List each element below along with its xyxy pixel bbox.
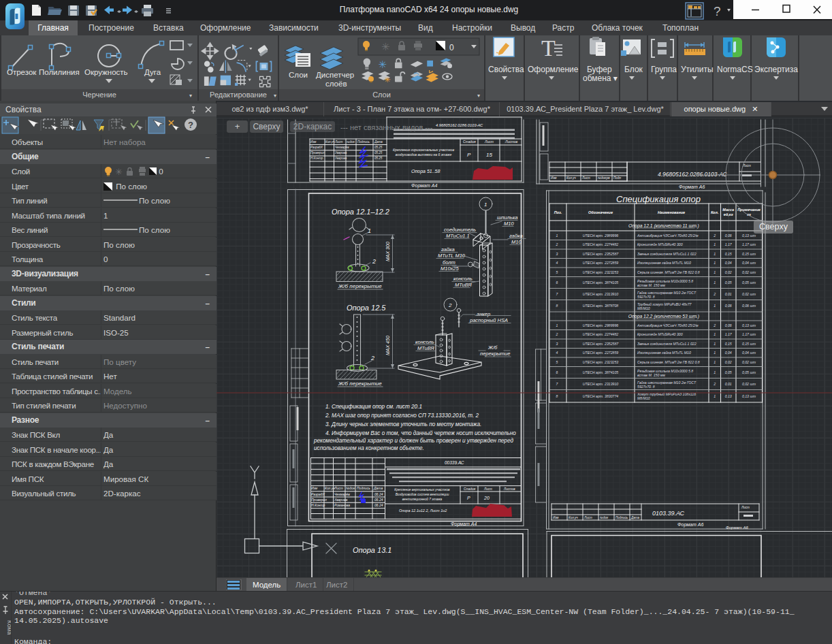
svg-text:Антивибрация ЧЗСиаЧ 70х80 25/2: Антивибрация ЧЗСиаЧ 70х80 25/2/м	[637, 323, 699, 327]
svg-text:2: 2	[713, 382, 716, 386]
svg-text:0,06: 0,06	[725, 323, 732, 327]
svg-text:Р: Р	[467, 496, 470, 500]
svg-text:Изм: Изм	[553, 516, 559, 519]
svg-text:М10: М10	[511, 239, 522, 245]
svg-text:МАХ 450: МАХ 450	[385, 336, 390, 355]
svg-text:Воздуховодов систем вентиляции: Воздуховодов систем вентиляции	[396, 493, 449, 496]
svg-text:Опора 12.1и12.2, Лист 1и2: Опора 12.1и12.2, Лист 1и2	[399, 509, 447, 513]
svg-text:Н.Контр: Н.Контр	[311, 503, 325, 507]
svg-text:✳: ✳	[115, 167, 123, 177]
svg-text:Уварова: Уварова	[335, 151, 347, 155]
svg-text:0,02 шт: 0,02 шт	[742, 292, 756, 296]
svg-text:Слои: Слои	[289, 71, 308, 79]
svg-text:T: T	[541, 35, 556, 61]
svg-text:1: 1	[714, 270, 716, 274]
svg-text:UТЕCH арт. 2272859: UТЕCH арт. 2272859	[583, 261, 619, 265]
svg-text:Изм: Изм	[551, 176, 557, 180]
svg-text:NormaCS: NormaCS	[717, 65, 753, 74]
svg-text:М8/М10: М8/М10	[637, 396, 650, 400]
svg-text:0,02: 0,02	[725, 270, 732, 274]
svg-text:Подпись: Подпись	[357, 140, 370, 144]
svg-text:Изм: Изм	[311, 486, 318, 490]
svg-text:0,15 шт: 0,15 шт	[742, 342, 756, 346]
svg-text:6: 6	[556, 280, 558, 285]
svg-text:Проверил: Проверил	[310, 151, 325, 155]
svg-text:0,01: 0,01	[725, 292, 732, 296]
svg-text:Антивибрация ЧЗСиаЧ 70х80 25/2: Антивибрация ЧЗСиаЧ 70х80 25/2/м	[637, 234, 699, 238]
svg-text:6: 6	[556, 370, 558, 374]
svg-text:0,05: 0,05	[725, 370, 732, 374]
svg-text:UТЕCH арт. 2352587: UТЕCH арт. 2352587	[583, 342, 620, 346]
svg-text:Группа: Группа	[651, 65, 677, 74]
svg-text:Лист: Лист	[741, 506, 750, 509]
svg-text:перекрытие: перекрытие	[480, 351, 510, 357]
svg-text:Романова: Романова	[334, 503, 350, 507]
svg-text:Спецификация опор: Спецификация опор	[616, 194, 701, 204]
svg-text:Наименование: Наименование	[658, 210, 685, 214]
svg-text:8: 8	[556, 304, 558, 308]
svg-text:встав М. 150 мм: встав М. 150 мм	[637, 283, 665, 287]
svg-text:0,01: 0,01	[725, 382, 732, 386]
svg-text:Подп: Подп	[613, 176, 621, 180]
svg-text:0,06 шт: 0,06 шт	[742, 304, 756, 308]
svg-text:1: 1	[714, 394, 716, 398]
svg-text:Буфер: Буфер	[587, 65, 612, 74]
svg-text:UТЕCH арт. 2352587: UТЕCH арт. 2352587	[583, 252, 620, 256]
svg-text:1: 1	[714, 332, 716, 336]
svg-text:20: 20	[483, 496, 490, 500]
svg-text:0,06: 0,06	[725, 234, 732, 238]
svg-text:2: 2	[713, 234, 716, 238]
svg-text:3: 3	[556, 342, 558, 346]
svg-text:0,05 шт: 0,05 шт	[742, 280, 756, 285]
svg-text:2. МАХ шаг опор принят согла: 2. МАХ шаг опор принят согласно СП 73.13…	[325, 413, 479, 419]
svg-text:вентиляционной 7 этажа: вентиляционной 7 этажа	[402, 497, 443, 501]
svg-text:UТЕCH арт. 2313910: UТЕCH арт. 2313910	[583, 292, 619, 296]
svg-text:1: 1	[714, 242, 716, 246]
svg-text:Стадия: Стадия	[463, 140, 476, 144]
svg-text:встав М. 150 мм: встав М. 150 мм	[637, 373, 665, 377]
svg-text:15: 15	[486, 152, 492, 158]
svg-text:Дата: Дата	[374, 140, 383, 144]
svg-text:UТЕCH арт. 2274482: UТЕCH арт. 2274482	[583, 242, 619, 246]
svg-text:№док: №док	[600, 516, 609, 519]
svg-text:РазрабХ: РазрабХ	[311, 492, 325, 496]
svg-text:воздуховодов вытяжки на 6 этаж: воздуховодов вытяжки на 6 этаже	[396, 152, 452, 157]
svg-text:UТЕCH арт. 2323253: UТЕCH арт. 2323253	[583, 270, 619, 274]
svg-text:Формат А6: Формат А6	[726, 526, 748, 530]
svg-text:UТЕCH арт. 2989996: UТЕCH арт. 2989996	[583, 234, 619, 238]
svg-text:0,13: 0,13	[725, 394, 732, 398]
svg-text:1: 1	[714, 351, 716, 355]
svg-text:Кол.уч: Кол.уч	[325, 140, 335, 144]
svg-text:Кома: Кома	[5, 620, 11, 635]
svg-text:0: 0	[449, 43, 454, 52]
svg-text:Чекмарёв: Чекмарёв	[335, 146, 349, 149]
svg-text:0,15: 0,15	[725, 342, 732, 346]
svg-text:Лист: Лист	[334, 486, 343, 490]
svg-text:3. Длину черных элементов ут: 3. Длину черных элементов уточнить по ме…	[325, 421, 481, 428]
svg-text:4.96805162.0286.0103-АС: 4.96805162.0286.0103-АС	[658, 171, 727, 178]
svg-text:анкер: анкер	[477, 311, 490, 317]
svg-text:2: 2	[556, 242, 558, 246]
svg-text:Ж/б перекрытие: Ж/б перекрытие	[338, 283, 382, 289]
svg-text:UТЕCH арт. 2323253: UТЕCH арт. 2323253	[583, 360, 619, 364]
svg-text:0,02: 0,02	[725, 360, 732, 364]
svg-text:Ж/б перекрытие: Ж/б перекрытие	[338, 381, 382, 387]
svg-text:?: ?	[714, 4, 721, 18]
svg-text:2: 2	[713, 323, 716, 327]
svg-text:слоёв: слоёв	[325, 80, 347, 88]
svg-text:№док: №док	[346, 486, 355, 490]
svg-text:ед,кг: ед,кг	[724, 212, 733, 216]
svg-text:UТЕCH арт. 3830774: UТЕCH арт. 3830774	[583, 394, 619, 398]
svg-text:Опора 51..58: Опора 51..58	[411, 169, 440, 174]
svg-text:0,02 шт: 0,02 шт	[742, 382, 756, 386]
svg-text:Кол.уч: Кол.уч	[566, 176, 576, 180]
svg-text:Ж/б: Ж/б	[487, 344, 498, 351]
svg-text:0,04: 0,04	[725, 351, 732, 355]
svg-text:0,06: 0,06	[725, 304, 732, 308]
svg-text:0103.39.АС: 0103.39.АС	[652, 510, 685, 517]
svg-text:Блок: Блок	[624, 65, 643, 74]
svg-text:обмена ▾: обмена ▾	[583, 74, 618, 83]
svg-text:5: 5	[556, 360, 558, 364]
svg-text:1,17 шт: 1,17 шт	[742, 332, 756, 336]
svg-text:1: 1	[714, 370, 716, 374]
